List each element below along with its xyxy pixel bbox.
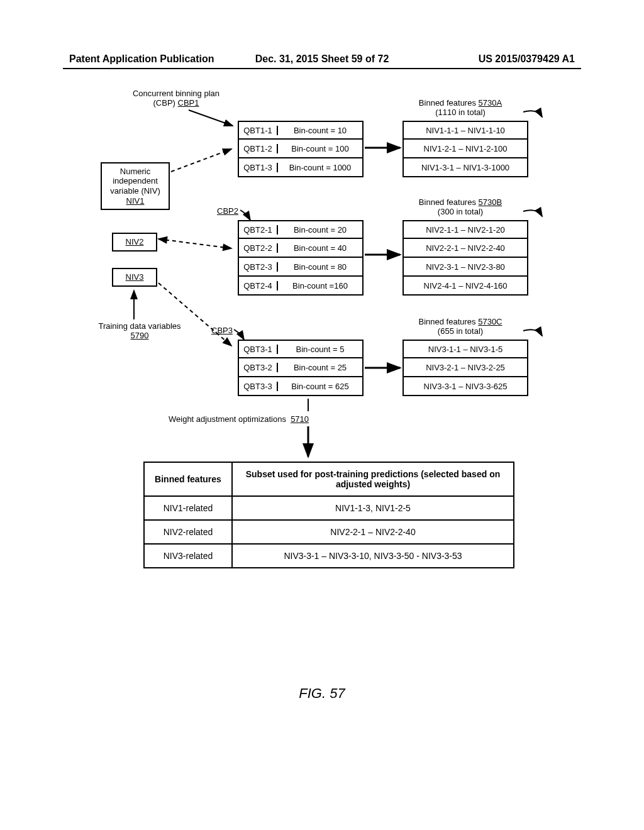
qbt-cell: QBT2-4	[239, 281, 278, 290]
bf-c-label: Binned features 5730C(655 in total)	[391, 318, 530, 336]
results-head-1: Subset used for post-training prediction…	[232, 462, 514, 496]
qbt-cell: QBT2-2	[239, 243, 278, 253]
cbp3-table: QBT3-1Bin-count = 5 QBT3-2Bin-count = 25…	[238, 340, 364, 396]
svg-line-1	[171, 149, 231, 172]
results-cell: NIV1-1-3, NIV1-2-5	[232, 496, 514, 520]
cbp1-table: QBT1-1Bin-count = 10 QBT1-2Bin-count = 1…	[238, 121, 364, 177]
pub-header-right: US 2015/0379429 A1	[479, 53, 575, 65]
figure-caption: FIG. 57	[0, 685, 644, 702]
binned-cell: NIV1-1-1 – NIV1-1-10	[402, 121, 528, 140]
results-table: Binned features Subset used for post-tra…	[143, 462, 514, 568]
binned-cell: NIV2-3-1 – NIV2-3-80	[402, 258, 528, 277]
bincount-cell: Bin-count = 25	[278, 363, 362, 372]
bf-b-label: Binned features 5730B(300 in total)	[391, 198, 530, 217]
binned-b-table: NIV2-1-1 – NIV2-1-20 NIV2-2-1 – NIV2-2-4…	[402, 220, 528, 296]
niv1-box: Numericindependentvariable (NIV)NIV1	[101, 162, 170, 210]
results-cell: NIV1-related	[144, 496, 232, 520]
bincount-cell: Bin-count = 20	[278, 225, 362, 235]
binned-cell: NIV1-2-1 – NIV1-2-100	[402, 140, 528, 158]
binned-cell: NIV3-1-1 – NIV3-1-5	[402, 340, 528, 358]
results-cell: NIV3-related	[144, 544, 232, 568]
qbt-cell: QBT1-2	[239, 144, 278, 153]
qbt-cell: QBT2-1	[239, 225, 278, 235]
results-cell: NIV3-3-1 – NIV3-3-10, NIV3-3-50 - NIV3-3…	[232, 544, 514, 568]
bincount-cell: Bin-count =160	[278, 281, 362, 290]
qbt-cell: QBT2-3	[239, 262, 278, 272]
tdv-label: Training data variables5790	[89, 322, 190, 341]
header-rule	[63, 68, 581, 69]
svg-line-2	[158, 239, 231, 248]
bincount-cell: Bin-count = 10	[278, 126, 362, 135]
binned-c-table: NIV3-1-1 – NIV3-1-5 NIV3-2-1 – NIV3-2-25…	[402, 340, 528, 396]
binned-cell: NIV3-3-1 – NIV3-3-625	[402, 377, 528, 396]
binned-cell: NIV2-2-1 – NIV2-2-40	[402, 239, 528, 258]
qbt-cell: QBT3-1	[239, 345, 278, 354]
bincount-cell: Bin-count = 5	[278, 345, 362, 354]
binned-cell: NIV2-1-1 – NIV2-1-20	[402, 220, 528, 239]
niv2-box: NIV2	[112, 233, 157, 252]
results-head-0: Binned features	[144, 462, 232, 496]
qbt-cell: QBT1-3	[239, 163, 278, 172]
bincount-cell: Bin-count = 1000	[278, 163, 362, 172]
binned-cell: NIV1-3-1 – NIV1-3-1000	[402, 158, 528, 177]
bincount-cell: Bin-count = 625	[278, 382, 362, 391]
bincount-cell: Bin-count = 100	[278, 144, 362, 153]
binned-cell: NIV2-4-1 – NIV2-4-160	[402, 277, 528, 296]
niv3-box: NIV3	[112, 268, 157, 287]
results-cell: NIV2-related	[144, 520, 232, 544]
bincount-cell: Bin-count = 40	[278, 243, 362, 253]
qbt-cell: QBT3-3	[239, 382, 278, 391]
results-cell: NIV2-2-1 – NIV2-2-40	[232, 520, 514, 544]
binned-a-table: NIV1-1-1 – NIV1-1-10 NIV1-2-1 – NIV1-2-1…	[402, 121, 528, 177]
bincount-cell: Bin-count = 80	[278, 262, 362, 272]
bf-a-label: Binned features 5730A(1110 in total)	[391, 99, 530, 118]
binned-cell: NIV3-2-1 – NIV3-2-25	[402, 358, 528, 377]
wao-label: Weight adjustment optimizations 5710	[169, 415, 364, 424]
cbp2-table: QBT2-1Bin-count = 20 QBT2-2Bin-count = 4…	[238, 220, 364, 296]
cbp1-label: Concurrent binning plan(CBP) CBP1	[123, 89, 230, 108]
qbt-cell: QBT3-2	[239, 363, 278, 372]
cbp2-label: CBP2	[217, 207, 238, 216]
qbt-cell: QBT1-1	[239, 126, 278, 135]
cbp3-label: CBP3	[211, 326, 233, 336]
svg-line-0	[189, 110, 233, 126]
